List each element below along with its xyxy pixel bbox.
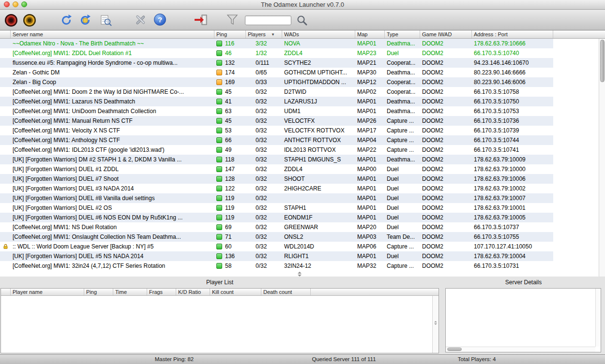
exit-button[interactable]: [194, 14, 208, 26]
server-type-cell: Cooperat...: [385, 87, 420, 97]
column-header-players[interactable]: Players ▼: [246, 30, 282, 38]
filter-funnel-icon: [227, 14, 238, 26]
column-header-address-port[interactable]: Address : Port: [472, 30, 553, 38]
server-row[interactable]: flussence.eu #5: Rampaging Horde Syndrom…: [0, 58, 553, 68]
odamex-red-logo-button[interactable]: [4, 13, 18, 28]
server-address-cell: 178.62.63.79:10666: [472, 39, 553, 48]
help-button[interactable]: ?: [154, 14, 166, 26]
view-server-button[interactable]: [99, 14, 112, 27]
scrollbar-thumb[interactable]: [600, 40, 605, 82]
server-type-cell: Duel: [385, 174, 420, 184]
refresh-master-list-button[interactable]: [79, 14, 91, 27]
ping-indicator-icon: [216, 60, 222, 66]
column-header-type[interactable]: Type: [385, 30, 420, 38]
server-row[interactable]: [CoffeeNet.org] MWI1: IDL2013 CTF (googl…: [0, 145, 553, 155]
server-map-cell: MAP04: [355, 135, 385, 145]
server-row[interactable]: Zelan - Big Coop 169 0/33 UPTIGHTDMADDON…: [0, 77, 553, 87]
odamex-gold-logo-icon: [22, 13, 37, 28]
server-row[interactable]: ~~Odamex Nitro - Nova - The Birth Deathm…: [0, 39, 553, 48]
server-address-cell: 178.62.63.79:10009: [472, 155, 553, 164]
server-address-cell: 66.170.3.5:10753: [472, 106, 553, 116]
filter-button[interactable]: [227, 14, 238, 26]
server-type-cell: Capture ...: [385, 261, 420, 271]
server-list-magnifier-icon: [99, 14, 112, 27]
server-row[interactable]: [CoffeeNet.org] MWI1: NS Duel Rotation 6…: [0, 222, 553, 232]
server-ping-cell: 45: [214, 116, 246, 126]
player-column-kill-count[interactable]: Kill count: [210, 289, 261, 295]
ping-indicator-icon: [216, 224, 222, 230]
server-name-cell: [CoffeeNet.org] MWI1: Onslaught Collecti…: [11, 232, 214, 242]
refresh-servers-button[interactable]: [60, 14, 73, 27]
search-input[interactable]: [245, 15, 291, 25]
details-horizontal-scrollbar[interactable]: [446, 347, 595, 352]
details-vertical-scrollbar[interactable]: [595, 289, 601, 347]
server-type-cell: Cooperat...: [385, 58, 420, 68]
server-row[interactable]: [CoffeeNet.org] MWI1: Velocity X NS CTF …: [0, 126, 553, 135]
server-map-cell: MAP01: [355, 106, 385, 116]
server-map-cell: MAP03: [355, 232, 385, 242]
server-row[interactable]: Zelan - Gothic DM 174 0/65 GOTHICDM UPTI…: [0, 68, 553, 77]
server-row[interactable]: [CoffeeNet.org] MWI1: 32in24 (4,7,12) CT…: [0, 261, 553, 271]
server-row-icon-cell: [0, 224, 11, 230]
server-row[interactable]: [UK] [Forgotten Warriors] DUEL #1 ZDDL 1…: [0, 164, 553, 174]
ping-value: 169: [225, 77, 235, 87]
server-row[interactable]: [UK] [Forgotten Warriors] DUEL #5 NS NAD…: [0, 251, 553, 261]
server-row[interactable]: [UK] [Forgotten Warriors] DM #2 STAPH 1 …: [0, 155, 553, 164]
ping-value: 41: [225, 97, 231, 106]
ping-indicator-icon: [216, 108, 222, 114]
server-row[interactable]: [CoffeeNet.org] MWI1: Onslaught Collecti…: [0, 232, 553, 242]
scrollbar-thumb[interactable]: [447, 348, 462, 351]
server-players-cell: 0/32: [246, 87, 282, 97]
column-header-server-name[interactable]: Server name: [11, 30, 214, 38]
player-list-scrollbar[interactable]: [432, 296, 439, 353]
server-map-cell: MAP12: [355, 77, 385, 87]
server-row[interactable]: [CoffeeNet.org] MWI1: Doom 2 the Way Id …: [0, 87, 553, 97]
server-name-cell: [UK] [Forgotten Warriors] DUEL #1 ZDDL: [11, 164, 214, 174]
column-header-wads[interactable]: WADs: [282, 30, 355, 38]
total-players-status: Total Players: 4: [450, 356, 503, 362]
column-header-map[interactable]: Map: [355, 30, 385, 38]
search-magnifier-icon: [296, 15, 308, 26]
server-row[interactable]: [CoffeeNet.org] MWI1: Lazarus NS Deathma…: [0, 97, 553, 106]
server-map-cell: MAP06: [355, 242, 385, 251]
server-row-icon-cell: [0, 137, 11, 143]
column-header-ping[interactable]: Ping: [214, 30, 246, 38]
ping-indicator-icon: [216, 99, 222, 104]
server-map-cell: MAP00: [355, 164, 385, 174]
server-row[interactable]: [CoffeeNet.org] MWI1: UniDoom Deathmatch…: [0, 106, 553, 116]
player-column-icon[interactable]: [1, 289, 11, 295]
player-column-time[interactable]: Time: [113, 289, 147, 295]
column-header-icon[interactable]: [0, 30, 11, 38]
search-button[interactable]: [296, 15, 308, 26]
ping-indicator-icon: [216, 166, 222, 172]
server-row[interactable]: [CoffeeNet.org] MWI1: ZDDL Duel Rotation…: [0, 48, 553, 58]
server-row[interactable]: [CoffeeNet.org] MWI1: Manual Return NS C…: [0, 116, 553, 126]
player-column-kd-ratio[interactable]: K/D Ratio: [176, 289, 210, 295]
server-map-cell: MAP17: [355, 126, 385, 135]
server-row[interactable]: [UK] [Forgotten Warriors] DUEL #6 NOS EO…: [0, 213, 553, 222]
ping-indicator-icon: [216, 50, 222, 56]
player-column-death-count[interactable]: Death count: [261, 289, 311, 295]
server-row[interactable]: [UK] [Forgotten Warriors] DUEL #2 OS 119…: [0, 203, 553, 213]
server-ping-cell: 66: [214, 135, 246, 145]
player-column-frags[interactable]: Frags: [147, 289, 176, 295]
player-column-ping[interactable]: Ping: [84, 289, 113, 295]
pane-splitter-handle[interactable]: [298, 272, 302, 277]
player-column-name[interactable]: Player name: [11, 289, 84, 295]
server-ping-cell: 63: [214, 106, 246, 116]
server-list-scrollbar[interactable]: [599, 39, 605, 277]
ping-indicator-icon: [216, 205, 222, 211]
server-address-cell: 107.170.127.41:10050: [472, 242, 553, 251]
column-header-game-iwad[interactable]: Game IWAD: [420, 30, 472, 38]
server-iwad-cell: DOOM2: [420, 261, 472, 271]
server-iwad-cell: DOOM2: [420, 68, 472, 77]
server-row[interactable]: :: WDL :: World Doom League Server [Back…: [0, 242, 553, 251]
toolbar: ?: [0, 10, 605, 30]
odamex-gold-logo-button[interactable]: [22, 13, 37, 28]
server-iwad-cell: DOOM2: [420, 155, 472, 164]
server-row[interactable]: [UK] [Forgotten Warriors] DUEL #7 Shoot …: [0, 174, 553, 184]
settings-button[interactable]: [134, 13, 147, 27]
server-row[interactable]: [UK] [Forgotten Warriors] DUEL #3 NADA 2…: [0, 184, 553, 193]
server-row[interactable]: [UK] [Forgotten Warriors] DUEL #8 Vanill…: [0, 193, 553, 203]
server-row[interactable]: [CoffeeNet.org] MWI1: Anthology NS CTF 6…: [0, 135, 553, 145]
